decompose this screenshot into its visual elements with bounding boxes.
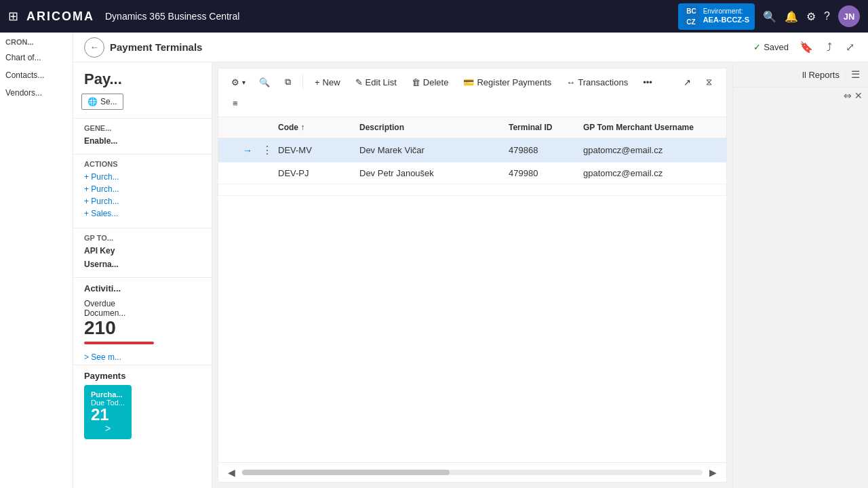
row-gp-username-cell: gpatomcz@email.cz: [575, 163, 724, 184]
scroll-left-button[interactable]: ◀: [224, 466, 239, 479]
search-icon: 🔍: [259, 77, 270, 87]
edit-list-button[interactable]: ✎ Edit List: [349, 73, 403, 92]
search-button[interactable]: 🌐 Se...: [81, 94, 123, 110]
back-button[interactable]: ←: [84, 37, 104, 58]
search-nav-button[interactable]: 🔍: [763, 10, 776, 23]
col-code-header[interactable]: Code ↑: [270, 117, 351, 138]
scroll-track[interactable]: [242, 470, 703, 475]
copy-toolbar-button[interactable]: ⧉: [279, 73, 297, 92]
row-context-cell[interactable]: ⋮: [251, 138, 270, 163]
delete-button[interactable]: 🗑 Delete: [406, 73, 455, 92]
register-icon: 💳: [463, 77, 474, 87]
row-select-cell[interactable]: [218, 163, 235, 184]
transactions-icon: ↔: [566, 77, 575, 87]
export-button[interactable]: ↗: [677, 73, 697, 92]
left-detail-panel: Pay... 🌐 Se... Gene... Enable... Actions…: [73, 62, 212, 488]
col-description-header[interactable]: Description: [351, 117, 500, 138]
second-navbar: ← Payment Terminals ✓ Saved 🔖 ⤴ ⤢: [73, 33, 868, 62]
col-gp-username-header[interactable]: GP Tom Merchant Username: [575, 117, 724, 138]
sidebar-section-label: CRON...: [0, 33, 73, 49]
payments-card[interactable]: Purcha... Due Tod... 21 >: [84, 385, 132, 439]
resize-minimize-button[interactable]: ⇔: [844, 90, 852, 101]
see-more-link[interactable]: > See m...: [73, 350, 212, 365]
col-gp-password-header[interactable]: GP Tom Merchant Password: [724, 117, 726, 138]
row-gp-password-cell: [724, 184, 726, 196]
row-gp-password-cell: [724, 163, 726, 184]
action-purch-1[interactable]: + Purch...: [84, 171, 201, 183]
sidebar-item-chart[interactable]: Chart of...: [0, 49, 73, 66]
horizontal-scrollbar: ◀ ▶: [218, 462, 726, 482]
search-toolbar-button[interactable]: 🔍: [253, 73, 276, 92]
more-icon: •••: [643, 77, 652, 87]
top-navbar: ⊞ ARICOMA Dynamics 365 Business Central …: [0, 0, 868, 33]
bookmark-button[interactable]: 🔖: [797, 38, 816, 56]
row-navigate-cell: [235, 163, 251, 184]
settings-icon: ⚙: [231, 77, 239, 87]
row-navigate-cell: [235, 184, 251, 196]
row-terminal-id-cell: 479868: [500, 138, 575, 163]
notifications-button[interactable]: 🔔: [785, 10, 798, 23]
column-chooser-button[interactable]: ≡: [226, 94, 244, 113]
actions-section: Actions + Purch... + Purch... + Purch...…: [73, 154, 212, 225]
edit-icon: ✎: [355, 77, 363, 87]
settings-nav-button[interactable]: ⚙: [806, 10, 816, 23]
payment-terminals-table: Code ↑ Description Terminal ID GP Tom Me…: [218, 117, 726, 196]
card-arrow-icon: >: [91, 423, 125, 434]
payment-terminals-panel: ⚙ ▾ 🔍 ⧉ + New ✎: [218, 68, 727, 483]
col-arrow-header: [235, 117, 251, 138]
row-terminal-id-cell: 479980: [500, 163, 575, 184]
export-icon: ↗: [684, 77, 691, 87]
nav-actions: ✓ Saved 🔖 ⤴ ⤢: [753, 38, 857, 56]
action-sales[interactable]: + Sales...: [84, 207, 201, 220]
app-grid-icon[interactable]: ⊞: [8, 9, 18, 24]
action-purch-3[interactable]: + Purch...: [84, 195, 201, 207]
help-button[interactable]: ?: [824, 10, 830, 22]
general-section: Gene... Enable...: [73, 118, 212, 154]
globe-icon: 🌐: [87, 97, 98, 106]
table-row[interactable]: [218, 184, 726, 196]
delete-icon: 🗑: [412, 77, 420, 87]
progress-bar: [84, 342, 154, 344]
resize-expand-button[interactable]: ✕: [854, 90, 863, 101]
env-text: Environment: AEA-BCCZ-S: [703, 7, 749, 24]
col-terminal-id-header[interactable]: Terminal ID: [500, 117, 575, 138]
columns-icon: ≡: [233, 98, 238, 108]
share-button[interactable]: ⤴: [824, 39, 835, 56]
action-purch-2[interactable]: + Purch...: [84, 183, 201, 195]
row-context-cell[interactable]: [251, 163, 270, 184]
environment-badge[interactable]: BC CZ Environment: AEA-BCCZ-S: [678, 3, 755, 30]
row-gp-password-cell: ••••••••••: [724, 138, 726, 163]
scroll-right-button[interactable]: ▶: [705, 466, 721, 479]
sidebar-item-vendors[interactable]: Vendors...: [0, 84, 73, 102]
register-payments-button[interactable]: 💳 Register Payments: [457, 73, 557, 92]
sidebar-item-contacts[interactable]: Contacts...: [0, 66, 73, 84]
copy-icon: ⧉: [285, 77, 291, 87]
row-gp-username-cell: gpatomcz@email.cz: [575, 138, 724, 163]
activities-title: Activiti...: [84, 283, 121, 293]
new-button[interactable]: + New: [309, 73, 347, 92]
row-code-cell: [270, 184, 351, 196]
col-select-header[interactable]: [218, 117, 235, 138]
user-avatar[interactable]: JN: [838, 5, 860, 27]
table-row[interactable]: →⋮DEV-MVDev Marek Vičar479868gpatomcz@em…: [218, 138, 726, 163]
table-header-row: Code ↑ Description Terminal ID GP Tom Me…: [218, 117, 726, 138]
hamburger-icon[interactable]: ☰: [851, 68, 860, 81]
left-sidebar: CRON... Chart of... Contacts... Vendors.…: [0, 33, 73, 488]
row-gp-username-cell: [575, 184, 724, 196]
table-container: Code ↑ Description Terminal ID GP Tom Me…: [218, 117, 726, 462]
right-bar-header: ll Reports ☰: [733, 62, 868, 87]
transactions-button[interactable]: ↔ Transactions: [560, 73, 634, 92]
row-select-cell[interactable]: [218, 138, 235, 163]
row-context-cell[interactable]: [251, 184, 270, 196]
expand-button[interactable]: ⤢: [843, 38, 857, 56]
logo: ARICOMA: [26, 9, 94, 24]
table-row[interactable]: DEV-PJDev Petr Janoušek479980gpatomcz@em…: [218, 163, 726, 184]
settings-toolbar-button[interactable]: ⚙ ▾: [226, 73, 250, 92]
filter-button[interactable]: ⧖: [700, 73, 718, 92]
row-code-cell: DEV-MV: [270, 138, 351, 163]
more-actions-button[interactable]: •••: [637, 73, 658, 92]
row-description-cell: Dev Petr Janoušek: [351, 163, 500, 184]
row-select-cell[interactable]: [218, 184, 235, 196]
filter-icon: ⧖: [706, 77, 712, 87]
row-context-menu-button[interactable]: ⋮: [259, 143, 270, 157]
